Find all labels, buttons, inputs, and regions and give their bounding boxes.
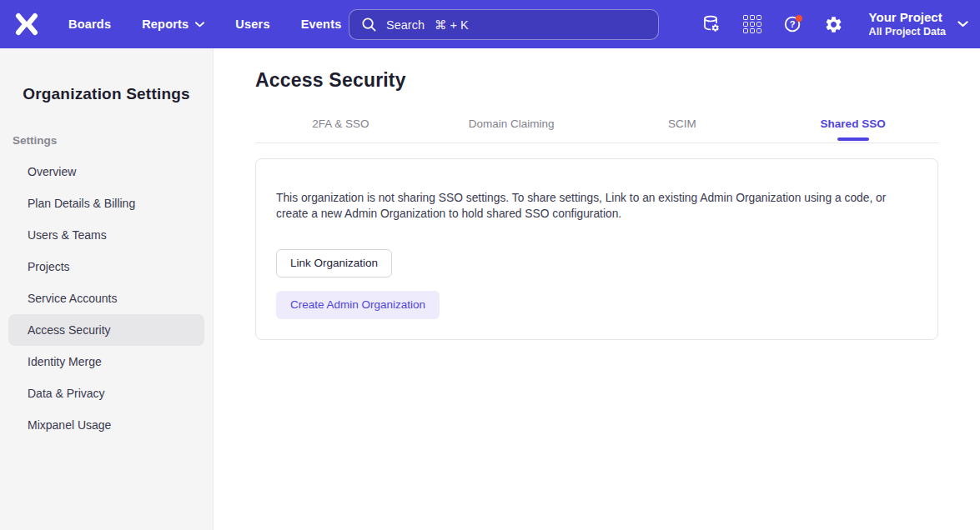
- access-security-tabs: 2FA & SSO Domain Claiming SCIM Shared SS…: [255, 118, 938, 143]
- tab-domain-claiming[interactable]: Domain Claiming: [426, 118, 597, 142]
- nav-item-users[interactable]: Users: [235, 18, 269, 31]
- tab-label: SCIM: [668, 118, 696, 130]
- nav-item-reports[interactable]: Reports: [142, 18, 204, 31]
- sidebar-title: Organization Settings: [0, 85, 213, 103]
- sidebar-item-label: Identity Merge: [28, 355, 102, 368]
- app-shell: Organization Settings Settings Overview …: [0, 48, 980, 530]
- mixpanel-logo-icon[interactable]: [12, 12, 42, 37]
- sidebar-item-label: Projects: [28, 260, 70, 273]
- shared-sso-card: This organization is not sharing SSO set…: [255, 158, 938, 340]
- create-admin-organization-button[interactable]: Create Admin Organization: [276, 291, 440, 319]
- apps-grid-dots: [743, 15, 761, 33]
- search-input[interactable]: Search ⌘ + K: [349, 9, 659, 40]
- sidebar-item-data-privacy[interactable]: Data & Privacy: [8, 378, 204, 409]
- top-navigation-bar: Boards Reports Users Events Search ⌘ + K: [0, 0, 980, 48]
- sidebar-items: Overview Plan Details & Billing Users & …: [0, 156, 213, 441]
- sidebar-item-label: Overview: [28, 165, 76, 178]
- search-icon: [360, 16, 378, 33]
- nav-item-label: Events: [301, 18, 342, 31]
- sidebar-item-label: Users & Teams: [28, 228, 107, 242]
- sidebar-item-projects[interactable]: Projects: [8, 251, 204, 282]
- settings-gear-icon[interactable]: [824, 14, 844, 34]
- sidebar-item-overview[interactable]: Overview: [8, 156, 204, 188]
- create-admin-organization-row: Create Admin Organization: [276, 278, 917, 319]
- search-shortcut-hint: ⌘ + K: [435, 18, 469, 32]
- org-settings-sidebar: Organization Settings Settings Overview …: [0, 48, 214, 530]
- sidebar-item-label: Service Accounts: [28, 292, 117, 305]
- link-organization-button[interactable]: Link Organization: [276, 249, 392, 278]
- help-icon[interactable]: ?: [783, 14, 803, 34]
- shared-sso-description: This organization is not sharing SSO set…: [276, 190, 912, 222]
- sidebar-item-label: Data & Privacy: [28, 387, 105, 400]
- project-switcher[interactable]: Your Project All Project Data: [869, 11, 968, 38]
- tab-2fa-sso[interactable]: 2FA & SSO: [255, 118, 426, 142]
- sidebar-item-service-accounts[interactable]: Service Accounts: [8, 282, 204, 314]
- sidebar-item-identity-merge[interactable]: Identity Merge: [8, 346, 204, 378]
- nav-right-controls: ? Your Project All Project Data: [701, 0, 968, 48]
- sidebar-item-users-teams[interactable]: Users & Teams: [8, 219, 204, 251]
- nav-item-label: Reports: [142, 18, 188, 31]
- sidebar-item-label: Plan Details & Billing: [28, 197, 135, 210]
- project-names: Your Project All Project Data: [869, 11, 946, 38]
- search-placeholder: Search: [386, 18, 425, 32]
- data-management-icon[interactable]: [701, 14, 721, 34]
- sidebar-item-mixpanel-usage[interactable]: Mixpanel Usage: [8, 409, 204, 441]
- primary-nav: Boards Reports Users Events: [68, 18, 341, 31]
- tab-label: Domain Claiming: [469, 118, 555, 130]
- sidebar-item-label: Mixpanel Usage: [28, 418, 111, 432]
- main-content: Access Security 2FA & SSO Domain Claimin…: [214, 48, 980, 530]
- nav-item-label: Boards: [68, 18, 111, 31]
- svg-text:?: ?: [789, 19, 795, 29]
- project-data-scope: All Project Data: [869, 26, 946, 38]
- nav-item-boards[interactable]: Boards: [68, 18, 111, 31]
- sidebar-item-label: Access Security: [28, 323, 111, 337]
- nav-item-label: Users: [235, 18, 269, 31]
- active-tab-indicator: [837, 138, 869, 141]
- tab-shared-sso[interactable]: Shared SSO: [767, 118, 938, 142]
- sidebar-item-access-security[interactable]: Access Security: [8, 314, 204, 346]
- tab-scim[interactable]: SCIM: [597, 118, 768, 142]
- chevron-down-icon: [957, 21, 968, 28]
- sidebar-section-label: Settings: [13, 134, 213, 147]
- project-name: Your Project: [869, 11, 946, 25]
- notification-dot: [795, 15, 802, 22]
- apps-grid-icon[interactable]: [742, 14, 762, 34]
- link-organization-row: Link Organization: [276, 233, 917, 278]
- nav-item-events[interactable]: Events: [301, 18, 342, 31]
- tab-label: Shared SSO: [821, 118, 886, 130]
- tab-label: 2FA & SSO: [312, 118, 369, 130]
- chevron-down-icon: [195, 22, 204, 28]
- page-title: Access Security: [255, 69, 938, 92]
- sidebar-item-plan-details-billing[interactable]: Plan Details & Billing: [8, 188, 204, 219]
